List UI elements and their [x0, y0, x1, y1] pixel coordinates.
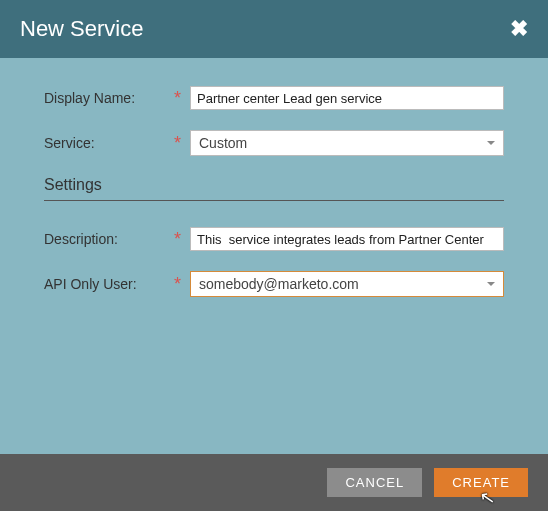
api-user-select[interactable]: somebody@marketo.com: [190, 271, 504, 297]
row-description: Description: *: [44, 227, 504, 251]
chevron-down-icon: [487, 141, 495, 145]
label-display-name: Display Name:: [44, 90, 174, 106]
display-name-input[interactable]: [190, 86, 504, 110]
row-api-user: API Only User: * somebody@marketo.com: [44, 271, 504, 297]
service-select-value: Custom: [199, 135, 247, 151]
new-service-dialog: New Service ✖ Display Name: * Service: *…: [0, 0, 548, 511]
label-service: Service:: [44, 135, 174, 151]
chevron-down-icon: [487, 282, 495, 286]
label-api-user: API Only User:: [44, 276, 174, 292]
required-indicator: *: [174, 230, 188, 248]
required-indicator: *: [174, 275, 188, 293]
service-select[interactable]: Custom: [190, 130, 504, 156]
dialog-title: New Service: [20, 16, 143, 42]
required-indicator: *: [174, 134, 188, 152]
section-divider: [44, 200, 504, 201]
required-indicator: *: [174, 89, 188, 107]
row-service: Service: * Custom: [44, 130, 504, 156]
dialog-titlebar: New Service ✖: [0, 0, 548, 58]
api-user-select-value: somebody@marketo.com: [199, 276, 359, 292]
cancel-button[interactable]: CANCEL: [327, 468, 422, 497]
row-display-name: Display Name: *: [44, 86, 504, 110]
section-settings-title: Settings: [44, 176, 504, 194]
label-description: Description:: [44, 231, 174, 247]
dialog-body: Display Name: * Service: * Custom Settin…: [0, 58, 548, 454]
description-input[interactable]: [190, 227, 504, 251]
create-button[interactable]: CREATE: [434, 468, 528, 497]
close-icon[interactable]: ✖: [510, 18, 528, 40]
dialog-footer: CANCEL CREATE: [0, 454, 548, 511]
